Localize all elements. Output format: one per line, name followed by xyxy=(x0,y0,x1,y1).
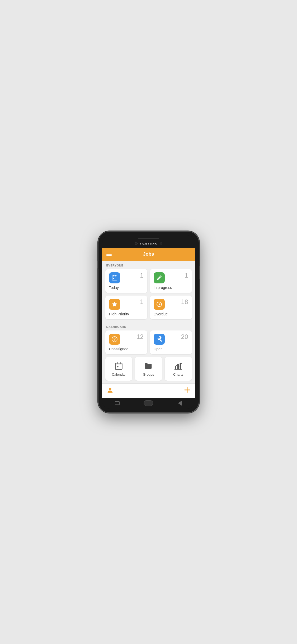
calendar-gray-icon xyxy=(114,361,124,371)
today-count: 1 xyxy=(140,272,143,279)
card-overdue[interactable]: 18 Overdue xyxy=(150,296,192,319)
section-everyone-label: EVERYONE xyxy=(102,261,195,269)
clock-icon xyxy=(156,301,162,307)
page-title: Jobs xyxy=(143,251,154,257)
card-today-top: 1 xyxy=(109,272,144,283)
home-button[interactable] xyxy=(144,400,153,406)
hamburger-line-3 xyxy=(106,255,112,256)
card-inprogress[interactable]: 1 In progress xyxy=(150,269,192,293)
svg-point-7 xyxy=(114,340,115,341)
back-button[interactable] xyxy=(176,401,183,406)
overdue-icon xyxy=(154,299,165,310)
phone-bottom-bar xyxy=(102,398,195,409)
priority-label: High Priority xyxy=(109,312,144,316)
open-count: 20 xyxy=(181,334,188,340)
star-icon xyxy=(111,301,118,307)
grid-row-bottom: Calendar Groups xyxy=(102,357,195,383)
plus-icon xyxy=(183,386,191,394)
grid-row-unassigned-open: 12 Unassigned 20 xyxy=(102,330,195,357)
camera-dot-right xyxy=(160,242,162,245)
calendar-icon xyxy=(111,275,118,281)
groups-icon xyxy=(144,361,153,371)
charts-label: Charts xyxy=(173,372,183,376)
unassigned-icon xyxy=(109,334,120,345)
open-label: Open xyxy=(154,347,188,351)
hamburger-line-1 xyxy=(106,253,112,253)
hamburger-button[interactable] xyxy=(106,253,112,256)
svg-rect-8 xyxy=(115,363,122,369)
open-icon xyxy=(154,334,165,345)
question-icon xyxy=(111,336,118,342)
svg-rect-4 xyxy=(113,278,114,279)
card-today[interactable]: 1 Today xyxy=(105,269,147,293)
pencil-icon xyxy=(156,275,162,281)
app-header: Jobs xyxy=(102,248,195,261)
card-groups[interactable]: Groups xyxy=(135,357,162,381)
card-open[interactable]: 20 Open xyxy=(150,330,192,354)
recents-button[interactable] xyxy=(114,401,121,406)
add-button[interactable] xyxy=(183,386,191,395)
priority-icon xyxy=(109,299,120,310)
groups-label: Groups xyxy=(143,372,154,376)
camera-dot-left xyxy=(135,242,138,245)
card-priority-top: 1 xyxy=(109,299,144,310)
card-high-priority[interactable]: 1 High Priority xyxy=(105,296,147,319)
card-unassigned[interactable]: 12 Unassigned xyxy=(105,330,147,354)
grid-row-priority-overdue: 1 High Priority 18 xyxy=(102,296,195,322)
card-open-top: 20 xyxy=(154,334,188,345)
svg-rect-0 xyxy=(112,276,117,280)
app-content: EVERYONE xyxy=(102,261,195,383)
card-overdue-top: 18 xyxy=(154,299,188,310)
today-icon xyxy=(109,272,120,283)
folder-icon-svg xyxy=(144,362,153,371)
overdue-label: Overdue xyxy=(154,312,188,316)
bottom-bar xyxy=(102,383,195,398)
phone-top-bar: SAMSUNG xyxy=(102,235,195,248)
priority-count: 1 xyxy=(140,299,143,305)
chart-icon-svg xyxy=(174,362,183,371)
calendar-gray-svg xyxy=(114,362,123,371)
today-label: Today xyxy=(109,286,144,290)
user-button[interactable] xyxy=(106,387,114,395)
inprogress-label: In progress xyxy=(154,286,188,290)
app-screen: Jobs EVERYONE xyxy=(102,248,195,398)
wrench-icon xyxy=(156,336,162,342)
grid-row-today-inprogress: 1 Today 1 xyxy=(102,269,195,296)
calendar-label: Calendar xyxy=(112,372,126,376)
svg-rect-12 xyxy=(117,366,119,367)
unassigned-count: 12 xyxy=(136,334,144,340)
card-charts[interactable]: Charts xyxy=(165,357,192,381)
card-calendar[interactable]: Calendar xyxy=(105,357,133,381)
card-inprogress-top: 1 xyxy=(154,272,188,283)
card-unassigned-top: 12 xyxy=(109,334,144,345)
samsung-brand: SAMSUNG xyxy=(140,242,158,245)
speaker-grille xyxy=(138,238,159,239)
charts-icon xyxy=(173,361,183,371)
overdue-count: 18 xyxy=(181,299,188,305)
phone-device: SAMSUNG Jobs EVERYONE xyxy=(98,232,199,412)
recents-icon xyxy=(115,401,120,405)
back-icon xyxy=(178,401,182,406)
unassigned-label: Unassigned xyxy=(109,347,144,351)
svg-point-17 xyxy=(109,388,111,390)
inprogress-icon xyxy=(154,272,165,283)
section-dashboard-label: DASHBOARD xyxy=(102,322,195,330)
inprogress-count: 1 xyxy=(185,272,188,279)
camera-row: SAMSUNG xyxy=(135,242,162,245)
hamburger-line-2 xyxy=(106,254,112,255)
user-icon xyxy=(106,387,114,394)
